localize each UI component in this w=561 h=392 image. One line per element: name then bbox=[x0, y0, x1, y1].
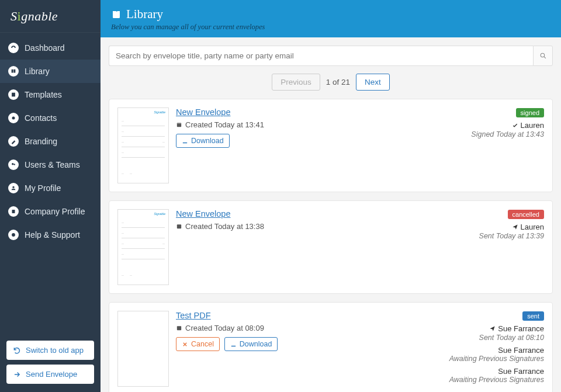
check-icon bbox=[512, 122, 518, 129]
content: Previous 1 of 21 Next Signable — — —— — … bbox=[101, 37, 561, 392]
svg-rect-10 bbox=[177, 224, 181, 228]
envelope-card: Signable — — —— — —— New Envelope Create… bbox=[109, 200, 553, 294]
sidebar-item-contacts[interactable]: Contacts bbox=[0, 106, 101, 130]
svg-point-6 bbox=[12, 233, 15, 237]
sidebar-item-users-teams[interactable]: Users & Teams bbox=[0, 153, 101, 176]
arrow-right-icon bbox=[13, 370, 21, 379]
sidebar-item-label: Users & Teams bbox=[25, 160, 80, 169]
send-icon bbox=[512, 224, 518, 230]
envelope-thumbnail: Signable — — —— — —— bbox=[117, 107, 169, 183]
sidebar-item-label: My Profile bbox=[25, 183, 61, 193]
svg-rect-0 bbox=[12, 93, 15, 97]
switch-old-app-button[interactable]: Switch to old app bbox=[6, 341, 94, 360]
download-button[interactable]: Download bbox=[224, 337, 278, 351]
help-icon bbox=[8, 230, 19, 240]
svg-rect-5 bbox=[12, 210, 15, 213]
pager-position: 1 of 21 bbox=[326, 78, 350, 86]
envelope-card: Test PDF Created Today at 08:09 Cancel bbox=[109, 302, 553, 392]
svg-point-4 bbox=[12, 186, 14, 188]
sidebar-item-my-profile[interactable]: My Profile bbox=[0, 176, 101, 200]
download-button[interactable]: Download bbox=[176, 134, 230, 148]
sidebar-item-label: Templates bbox=[25, 90, 62, 99]
envelope-thumbnail: Signable — — —— — —— bbox=[117, 209, 169, 285]
party-status: Signed Today at 13:43 bbox=[471, 130, 544, 138]
nav: Dashboard Library Templates Contacts Bra… bbox=[0, 33, 101, 330]
party-status: Sent Today at 13:39 bbox=[479, 232, 544, 240]
download-icon bbox=[182, 138, 188, 144]
calendar-icon bbox=[176, 325, 182, 331]
cancel-button[interactable]: Cancel bbox=[176, 337, 220, 351]
search-input[interactable] bbox=[109, 46, 533, 66]
calendar-icon bbox=[176, 122, 182, 128]
svg-point-7 bbox=[541, 53, 545, 57]
party-name: Lauren bbox=[512, 223, 544, 231]
party-name: Sue Farrance bbox=[489, 324, 544, 333]
search-icon bbox=[539, 52, 547, 60]
party-status: Awaiting Previous Signatures bbox=[449, 355, 544, 363]
envelope-card: Signable — — —— — —— New Envelope Create… bbox=[109, 99, 553, 192]
sidebar-item-label: Branding bbox=[25, 137, 57, 146]
party-name: Sue Farrance bbox=[498, 367, 544, 376]
dashboard-icon bbox=[8, 43, 19, 53]
book-icon bbox=[8, 66, 19, 77]
company-icon bbox=[8, 206, 19, 217]
undo-icon bbox=[13, 346, 21, 355]
send-icon bbox=[489, 325, 496, 332]
sidebar-item-library[interactable]: Library bbox=[0, 60, 101, 83]
envelope-created: Created Today at 13:38 bbox=[176, 222, 479, 231]
send-label: Send Envelope bbox=[26, 370, 77, 379]
sidebar-item-label: Help & Support bbox=[25, 230, 80, 240]
status-badge: cancelled bbox=[508, 210, 544, 219]
send-envelope-button[interactable]: Send Envelope bbox=[6, 365, 94, 384]
switch-label: Switch to old app bbox=[26, 346, 84, 355]
search-row bbox=[109, 46, 553, 66]
envelope-title-link[interactable]: New Envelope bbox=[176, 209, 231, 218]
sidebar: Signable Dashboard Library Templates Con… bbox=[0, 0, 101, 392]
svg-point-1 bbox=[12, 117, 15, 120]
svg-point-3 bbox=[13, 164, 15, 165]
page-title: Library bbox=[111, 7, 550, 22]
envelope-thumbnail bbox=[117, 311, 169, 387]
close-icon bbox=[182, 341, 188, 348]
users-icon bbox=[8, 159, 19, 170]
svg-rect-9 bbox=[177, 123, 181, 124]
sidebar-item-label: Contacts bbox=[25, 113, 57, 123]
party-name: Sue Farrance bbox=[498, 346, 544, 355]
pager: Previous 1 of 21 Next bbox=[109, 74, 553, 91]
party-name: Lauren bbox=[512, 121, 544, 130]
sidebar-item-templates[interactable]: Templates bbox=[0, 83, 101, 106]
svg-rect-11 bbox=[177, 326, 181, 330]
search-button[interactable] bbox=[533, 46, 553, 66]
branding-icon bbox=[8, 136, 19, 147]
book-icon bbox=[111, 9, 122, 20]
sidebar-item-label: Library bbox=[25, 67, 50, 76]
envelope-title-link[interactable]: New Envelope bbox=[176, 107, 231, 117]
pager-prev-button[interactable]: Previous bbox=[272, 74, 320, 91]
envelope-created: Created Today at 08:09 bbox=[176, 324, 449, 332]
sidebar-item-label: Dashboard bbox=[25, 43, 65, 53]
contacts-icon bbox=[8, 113, 19, 123]
page-subtitle: Below you can manage all of your current… bbox=[111, 23, 550, 32]
sidebar-item-dashboard[interactable]: Dashboard bbox=[0, 36, 101, 60]
party-status: Awaiting Previous Signatures bbox=[449, 376, 544, 384]
envelope-created: Created Today at 13:41 bbox=[176, 120, 471, 129]
templates-icon bbox=[8, 89, 19, 100]
page-header: Library Below you can manage all of your… bbox=[101, 0, 561, 37]
status-badge: sent bbox=[522, 311, 544, 321]
envelope-title-link[interactable]: Test PDF bbox=[176, 311, 211, 320]
sidebar-item-help-support[interactable]: Help & Support bbox=[0, 223, 101, 247]
download-icon bbox=[230, 341, 237, 348]
logo: Signable bbox=[0, 0, 101, 33]
sidebar-item-label: Company Profile bbox=[25, 207, 85, 216]
pager-next-button[interactable]: Next bbox=[356, 74, 390, 91]
profile-icon bbox=[8, 183, 19, 193]
main: Library Below you can manage all of your… bbox=[101, 0, 561, 392]
status-badge: signed bbox=[516, 108, 544, 117]
party-status: Sent Today at 08:10 bbox=[449, 334, 544, 342]
sidebar-item-branding[interactable]: Branding bbox=[0, 130, 101, 153]
sidebar-bottom: Switch to old app Send Envelope bbox=[0, 330, 101, 392]
calendar-icon bbox=[176, 223, 182, 230]
svg-point-2 bbox=[12, 163, 13, 165]
sidebar-item-company-profile[interactable]: Company Profile bbox=[0, 200, 101, 223]
